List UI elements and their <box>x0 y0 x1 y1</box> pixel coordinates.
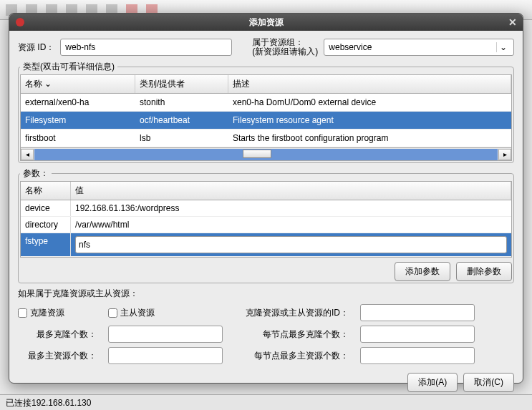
ms-checkbox[interactable]: 主从资源 <box>108 307 223 319</box>
col-desc[interactable]: 描述 <box>228 75 511 93</box>
group-combo[interactable]: webservice ⌄ <box>324 39 514 56</box>
svg-point-8 <box>16 18 24 26</box>
add-resource-dialog: 添加资源 ✕ 资源 ID： 属于资源组： (新资源组请输入) webservic… <box>9 13 523 384</box>
scroll-left-icon[interactable]: ◂ <box>21 149 34 160</box>
dialog-title: 添加资源 <box>249 16 284 29</box>
pcol-name[interactable]: 名称 <box>21 182 71 200</box>
max-clone-node-label: 每节点最多克隆个数： <box>234 328 349 341</box>
clone-section-label: 如果属于克隆资源或主从资源： <box>18 288 514 300</box>
param-row[interactable]: device192.168.61.136:/wordpress <box>21 200 511 217</box>
params-fieldset: 参数： 名称 值 device192.168.61.136:/wordpress… <box>18 167 514 283</box>
max-clone-label: 最多克隆个数： <box>18 328 97 341</box>
add-param-button[interactable]: 添加参数 <box>395 262 450 281</box>
pcol-value[interactable]: 值 <box>71 182 511 200</box>
chevron-down-icon[interactable]: ⌄ <box>496 42 509 52</box>
clone-id-input[interactable] <box>360 304 475 321</box>
scroll-right-icon[interactable]: ▸ <box>498 149 511 160</box>
max-ms-input[interactable] <box>108 347 223 364</box>
resource-id-label: 资源 ID： <box>18 42 54 54</box>
param-row[interactable]: fstype <box>21 233 511 257</box>
clone-id-label: 克隆资源或主从资源的ID： <box>234 307 349 319</box>
max-ms-node-input[interactable] <box>360 347 475 364</box>
close-icon[interactable]: ✕ <box>508 16 517 28</box>
h-scrollbar[interactable]: ◂ ▸ <box>21 147 511 160</box>
max-ms-node-label: 每节点最多主资源个数： <box>234 350 349 362</box>
status-bar: 已连接192.168.61.130 <box>0 394 532 410</box>
col-provider[interactable]: 类别/提供者 <box>135 75 228 93</box>
type-row[interactable]: firstbootlsbStarts the firstboot configu… <box>21 130 511 147</box>
chevron-down-icon: ⌄ <box>44 79 52 89</box>
params-legend: 参数： <box>20 167 52 180</box>
cancel-button[interactable]: 取消(C) <box>463 373 514 392</box>
resource-id-input[interactable] <box>60 39 232 56</box>
type-row[interactable]: Filesystemocf/heartbeatFilesystem resour… <box>21 112 511 130</box>
scroll-thumb[interactable] <box>243 150 271 158</box>
app-icon <box>15 17 25 27</box>
max-clone-node-input[interactable] <box>360 326 475 343</box>
titlebar: 添加资源 ✕ <box>9 14 523 31</box>
max-clone-input[interactable] <box>108 326 223 343</box>
max-ms-label: 最多主资源个数： <box>18 350 97 362</box>
ok-button[interactable]: 添加(A) <box>407 373 458 392</box>
del-param-button[interactable]: 删除参数 <box>456 262 512 281</box>
type-legend: 类型(双击可看详细信息) <box>20 61 117 73</box>
param-row[interactable]: directory/var/www/html <box>21 217 511 233</box>
clone-checkbox[interactable]: 克隆资源 <box>18 307 97 319</box>
param-value-input[interactable] <box>75 236 507 253</box>
type-fieldset: 类型(双击可看详细信息) 名称 ⌄ 类别/提供者 描述 external/xen… <box>18 61 514 163</box>
group-value: webservice <box>329 42 372 52</box>
type-row[interactable]: external/xen0-hastonithxen0-ha DomU/Dom0… <box>21 94 511 112</box>
col-name[interactable]: 名称 ⌄ <box>21 75 135 93</box>
group-sublabel: (新资源组请输入) <box>252 47 318 57</box>
